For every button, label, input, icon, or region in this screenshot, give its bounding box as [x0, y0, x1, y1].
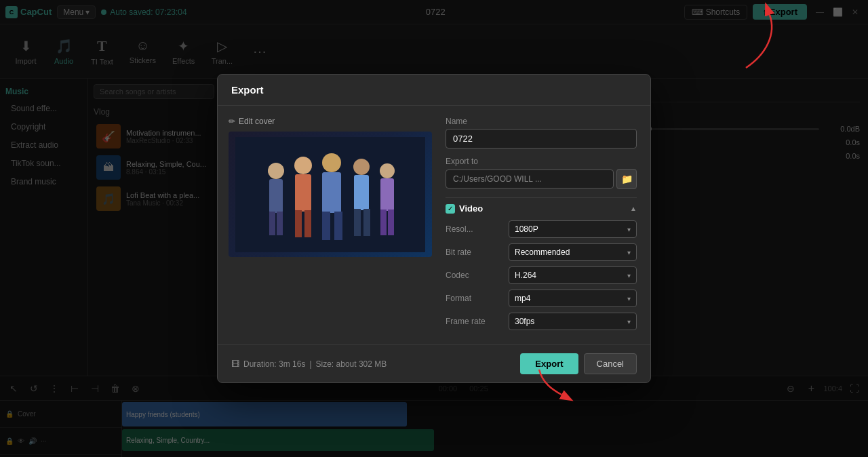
svg-rect-14	[354, 175, 369, 210]
folder-icon: 📁	[621, 174, 633, 184]
svg-rect-12	[334, 212, 342, 240]
bitrate-value: Recommended	[515, 247, 570, 257]
codec-value: H.264	[515, 271, 536, 280]
resolution-label: Resol...	[446, 224, 503, 234]
svg-rect-4	[277, 212, 283, 235]
svg-rect-11	[322, 212, 330, 240]
framerate-label: Frame rate	[446, 317, 503, 326]
framerate-row: Frame rate 30fps ▾	[446, 313, 637, 330]
preview-content	[229, 132, 432, 257]
bitrate-select[interactable]: Recommended ▾	[509, 243, 637, 261]
svg-rect-2	[269, 179, 283, 213]
edit-cover-label: Edit cover	[239, 117, 275, 126]
format-chevron-icon: ▾	[627, 295, 631, 302]
export-to-label: Export to	[446, 157, 637, 166]
modal-fields: Name Export to C:/Users/GOOD WILL ... 📁	[446, 117, 639, 334]
separator: |	[309, 359, 311, 369]
resolution-row: Resol... 1080P ▾	[446, 220, 637, 238]
browse-button[interactable]: 📁	[616, 169, 637, 189]
export-overlay: Export ✏ Edit cover	[0, 0, 868, 457]
resolution-select[interactable]: 1080P ▾	[509, 220, 637, 238]
format-label: Format	[446, 294, 503, 303]
modal-footer: 🎞 Duration: 3m 16s | Size: about 302 MB …	[218, 344, 650, 382]
svg-rect-8	[304, 210, 311, 237]
svg-rect-19	[380, 210, 387, 235]
codec-row: Codec H.264 ▾	[446, 266, 637, 284]
svg-point-5	[294, 157, 312, 174]
edit-cover-button[interactable]: ✏ Edit cover	[229, 117, 432, 126]
modal-scroll[interactable]: Name Export to C:/Users/GOOD WILL ... 📁	[446, 117, 639, 334]
video-section-toggle[interactable]: ✓ Video ▲	[446, 203, 637, 214]
name-label: Name	[446, 117, 637, 126]
svg-rect-10	[322, 172, 341, 213]
resolution-chevron-icon: ▾	[627, 226, 631, 233]
resolution-value: 1080P	[515, 224, 538, 234]
export-to-row: Export to C:/Users/GOOD WILL ... 📁	[446, 157, 637, 189]
duration-info: Duration: 3m 16s	[243, 359, 305, 369]
modal-body: ✏ Edit cover	[218, 106, 650, 344]
svg-rect-15	[354, 209, 361, 236]
codec-select[interactable]: H.264 ▾	[509, 266, 637, 284]
pencil-icon: ✏	[229, 117, 235, 126]
svg-rect-20	[388, 210, 394, 235]
modal-export-button[interactable]: Export	[520, 353, 578, 374]
modal-cancel-button[interactable]: Cancel	[584, 353, 637, 374]
export-modal: Export ✏ Edit cover	[217, 74, 651, 383]
modal-actions: Export Cancel	[520, 353, 637, 374]
modal-title: Export	[231, 84, 264, 96]
video-checkbox[interactable]: ✓	[446, 204, 455, 214]
svg-rect-3	[269, 212, 275, 235]
divider-1	[446, 197, 637, 198]
codec-chevron-icon: ▾	[627, 272, 631, 279]
svg-rect-6	[295, 174, 311, 212]
framerate-chevron-icon: ▾	[627, 318, 631, 325]
svg-rect-18	[380, 178, 394, 211]
svg-point-9	[322, 153, 341, 172]
codec-label: Codec	[446, 271, 503, 280]
framerate-value: 30fps	[515, 317, 534, 326]
modal-preview: ✏ Edit cover	[229, 117, 432, 334]
film-strip-icon: 🎞	[231, 359, 239, 369]
framerate-select[interactable]: 30fps ▾	[509, 313, 637, 330]
format-value: mp4	[515, 294, 530, 303]
name-input[interactable]	[446, 129, 637, 148]
video-preview	[229, 132, 432, 257]
bitrate-label: Bit rate	[446, 247, 503, 257]
svg-rect-16	[363, 209, 370, 236]
svg-point-1	[268, 163, 284, 179]
modal-info: 🎞 Duration: 3m 16s | Size: about 302 MB	[231, 359, 387, 369]
video-section-arrow-icon: ▲	[630, 205, 637, 212]
bitrate-chevron-icon: ▾	[627, 249, 631, 256]
name-field-row: Name	[446, 117, 637, 148]
preview-image	[235, 137, 425, 252]
size-info: Size: about 302 MB	[316, 359, 387, 369]
svg-point-13	[353, 159, 370, 175]
video-section-title: Video	[459, 203, 483, 214]
modal-header: Export	[218, 75, 650, 106]
format-select[interactable]: mp4 ▾	[509, 290, 637, 307]
format-row: Format mp4 ▾	[446, 290, 637, 307]
svg-point-17	[380, 163, 395, 178]
bitrate-row: Bit rate Recommended ▾	[446, 243, 637, 261]
export-path-value: C:/Users/GOOD WILL ...	[446, 170, 614, 188]
svg-rect-7	[295, 210, 302, 237]
export-path-row: C:/Users/GOOD WILL ... 📁	[446, 169, 637, 189]
